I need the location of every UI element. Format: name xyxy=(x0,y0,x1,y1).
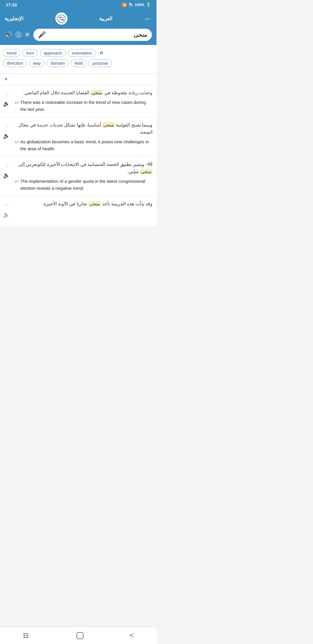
favorite-button[interactable]: ☆ xyxy=(3,122,10,129)
search-bar: 🔊 Ⓢ ✕ 🎤 منحى xyxy=(5,29,152,41)
tag-turn[interactable]: turn xyxy=(23,49,38,57)
tag-orientation[interactable]: orientation xyxy=(68,49,96,57)
language-nav: الإنجليزية العربية ← xyxy=(5,12,152,25)
source-language-label[interactable]: العربية xyxy=(99,16,112,22)
signal-bars-icon: 📡 xyxy=(128,3,133,7)
wifi-signal-icon: 📶 xyxy=(122,3,127,7)
result-content-3: 49- ويشير تطبيق الحصة الجنسانية في الانت… xyxy=(13,161,152,192)
tag-direction[interactable]: direction xyxy=(3,59,27,67)
arabic-sentence-1: وحدثت زيادة ملحوظة في منحى القضايا الجدي… xyxy=(13,89,152,97)
search-word: منحى xyxy=(49,31,147,38)
tag-field[interactable]: field xyxy=(71,59,87,67)
back-button[interactable]: ← xyxy=(144,14,152,23)
status-icons: 📶 📡 100% 🔋 xyxy=(122,3,151,7)
clear-button[interactable]: ✕ xyxy=(25,31,30,39)
speak-button[interactable]: 🔈 xyxy=(3,132,10,139)
target-language-label[interactable]: الإنجليزية xyxy=(5,16,23,22)
chevron-down-icon: ▼ xyxy=(4,77,8,82)
tag-approach[interactable]: approach xyxy=(40,49,66,57)
english-row-3: ↵ The implementation of a gender quota i… xyxy=(13,178,152,192)
english-sentence-1: There was a noticeable increase in the t… xyxy=(20,99,152,113)
result-actions-4: ☆ 🔈 xyxy=(3,200,10,218)
collapse-button[interactable]: ▼ xyxy=(0,74,156,85)
arabic-sentence-3: 49- ويشير تطبيق الحصة الجنسانية في الانت… xyxy=(13,161,152,176)
result-row-3: ☆ 🔈 49- ويشير تطبيق الحصة الجنسانية في ا… xyxy=(3,161,152,192)
results-list: ☆ 🔈 وحدثت زيادة ملحوظة في منحى القضايا ا… xyxy=(0,85,156,227)
app-header: الإنجليزية العربية ← 🔊 Ⓢ ✕ 🎤 منحى xyxy=(0,10,156,45)
highlight-word: منحى xyxy=(90,90,103,95)
english-row-1: ↵ There was a noticeable increase in the… xyxy=(13,99,152,113)
search-input-container[interactable]: 🎤 منحى xyxy=(33,29,152,41)
speak-button[interactable]: 🔈 xyxy=(3,211,10,218)
favorite-button[interactable]: ☆ xyxy=(3,162,10,169)
favorite-button[interactable]: ☆ xyxy=(3,90,10,97)
result-actions-2: ☆ 🔈 xyxy=(3,121,10,139)
speak-button[interactable]: 🔈 xyxy=(3,172,10,179)
english-sentence-2: As globalization becomes a basic trend, … xyxy=(20,138,152,152)
highlight-word: منحى xyxy=(140,169,152,174)
result-item: ☆ 🔈 وبينما تصبح العولمة منحى أساسيا، فإن… xyxy=(0,117,156,157)
result-actions-1: ☆ 🔈 xyxy=(3,89,10,107)
translation-tags: n orientation approach turn trend purpos… xyxy=(0,45,156,74)
result-row-2: ☆ 🔈 وبينما تصبح العولمة منحى أساسيا، فإن… xyxy=(3,121,152,152)
result-item: ☆ 🔈 وقد بدأت هذه الجريمة تأخذ منحى تجاري… xyxy=(0,196,156,227)
swap-languages-button[interactable] xyxy=(55,12,68,25)
favorite-button[interactable]: ☆ xyxy=(3,201,10,208)
result-content-1: وحدثت زيادة ملحوظة في منحى القضايا الجدي… xyxy=(13,89,152,113)
svg-point-0 xyxy=(58,15,65,22)
result-content-2: وبينما تصبح العولمة منحى أساسيا، فإنها ت… xyxy=(13,121,152,152)
result-item: ☆ 🔈 49- ويشير تطبيق الحصة الجنسانية في ا… xyxy=(0,157,156,196)
tag-way[interactable]: way xyxy=(29,59,45,67)
action-icons: 🔊 Ⓢ ✕ xyxy=(5,30,30,39)
result-actions-3: ☆ 🔈 xyxy=(3,161,10,179)
result-item: ☆ 🔈 وحدثت زيادة ملحوظة في منحى القضايا ا… xyxy=(0,85,156,117)
english-sentence-3: The implementation of a gender quota in … xyxy=(20,178,152,192)
tag-domain[interactable]: domain xyxy=(47,59,68,67)
result-content-4: وقد بدأت هذه الجريمة تأخذ منحى تجاريا في… xyxy=(13,200,152,210)
speak-button[interactable]: 🔈 xyxy=(3,100,10,107)
enter-icon: ↵ xyxy=(15,139,19,145)
tag-trend[interactable]: trend xyxy=(3,49,20,57)
enter-icon: ↵ xyxy=(15,178,19,185)
tag-pos-label: n xyxy=(98,49,105,57)
enter-icon: ↵ xyxy=(15,100,19,106)
arabic-sentence-2: وبينما تصبح العولمة منحى أساسيا، فإنها ت… xyxy=(13,121,152,136)
mic-icon[interactable]: 🎤 xyxy=(38,31,46,39)
result-row-1: ☆ 🔈 وحدثت زيادة ملحوظة في منحى القضايا ا… xyxy=(3,89,152,113)
highlight-word: منحى xyxy=(102,122,115,128)
highlight-word: منحى xyxy=(88,201,101,207)
tags-row-2: purpose field domain way direction xyxy=(3,59,154,67)
result-row-4: ☆ 🔈 وقد بدأت هذه الجريمة تأخذ منحى تجاري… xyxy=(3,200,152,218)
volume-button[interactable]: 🔊 xyxy=(5,31,12,39)
status-bar: 17:33 📶 📡 100% 🔋 xyxy=(0,0,156,10)
tags-row-1: n orientation approach turn trend xyxy=(3,49,154,57)
status-time: 17:33 xyxy=(6,2,17,7)
english-row-2: ↵ As globalization becomes a basic trend… xyxy=(13,138,152,152)
battery-percent: 100% xyxy=(135,3,144,7)
save-button[interactable]: Ⓢ xyxy=(15,30,22,39)
battery-icon: 🔋 xyxy=(146,3,151,7)
tag-purpose[interactable]: purpose xyxy=(89,59,112,67)
arabic-sentence-4: وقد بدأت هذه الجريمة تأخذ منحى تجاريا في… xyxy=(13,200,152,208)
